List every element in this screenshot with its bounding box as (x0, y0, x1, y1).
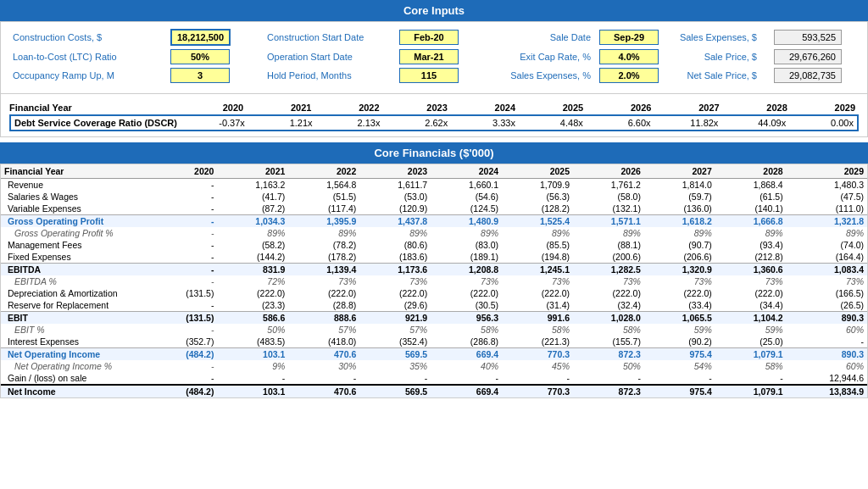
row-value-cell: - (149, 215, 217, 228)
dscr-val-2022: 2.13x (316, 118, 384, 128)
row-value-cell: 58% (431, 324, 502, 336)
row-value-cell: (26.5) (787, 299, 867, 312)
row-value-cell: - (149, 239, 217, 251)
operation-start-value[interactable]: Mar-21 (399, 49, 459, 64)
table-row: Net Operating Income(484.2)103.1470.6569… (1, 348, 867, 361)
row-value-cell: 770.3 (502, 348, 573, 361)
sales-expenses-label: Sales Expenses, $ (659, 31, 760, 44)
row-value-cell: (58.2) (217, 239, 288, 251)
construction-costs-label: Construction Costs, $ (9, 31, 170, 44)
row-value-cell: (206.6) (644, 251, 715, 264)
net-sale-price-value: 29,082,735 (774, 68, 842, 83)
row-value-cell: 1,761.2 (573, 179, 644, 192)
row-label-cell: EBIT % (1, 324, 149, 336)
dscr-row: Debt Service Coverage Ratio (DSCR) -0.37… (9, 114, 859, 131)
row-value-cell: 59% (644, 324, 715, 336)
row-value-cell: (222.0) (288, 287, 359, 299)
row-label-cell: Interest Expenses (1, 336, 149, 348)
row-value-cell: - (149, 360, 217, 372)
row-label-cell: Variable Expenses (1, 203, 149, 215)
row-value-cell: 569.5 (359, 385, 431, 397)
row-value-cell: 50% (217, 324, 288, 336)
row-value-cell: (166.5) (787, 287, 867, 299)
ltc-value[interactable]: 50% (170, 49, 230, 64)
row-value-cell: (28.8) (288, 299, 359, 312)
row-value-cell: - (149, 299, 217, 312)
row-value-cell: (222.0) (217, 287, 288, 299)
row-value-cell: (484.2) (149, 348, 217, 361)
row-value-cell: 60% (787, 324, 867, 336)
sale-date-value[interactable]: Sep-29 (599, 30, 659, 45)
sales-expenses-pct-label: Sales Expenses, % (459, 69, 594, 82)
row-value-cell: (120.9) (359, 203, 431, 215)
row-value-cell: 888.6 (288, 312, 359, 325)
row-value-cell: (85.5) (502, 239, 573, 251)
row-value-cell: - (715, 372, 787, 385)
row-value-cell: 1,868.4 (715, 179, 787, 192)
row-value-cell: 669.4 (431, 385, 502, 397)
sales-expenses-value: 593,525 (774, 30, 842, 45)
construction-start-value[interactable]: Feb-20 (399, 30, 459, 45)
row-value-cell: (194.8) (502, 251, 573, 264)
row-value-cell: 58% (502, 324, 573, 336)
row-value-cell: 890.3 (787, 348, 867, 361)
row-value-cell: 956.3 (431, 312, 502, 325)
row-value-cell: - (787, 336, 867, 348)
construction-start-label: Construction Start Date (264, 31, 399, 44)
row-value-cell: 72% (217, 275, 288, 287)
hold-period-value[interactable]: 115 (399, 68, 459, 83)
row-value-cell: 89% (787, 227, 867, 239)
row-value-cell: (54.6) (431, 191, 502, 203)
row-value-cell: 872.3 (573, 385, 644, 397)
dscr-year-2028: 2028 (723, 103, 791, 113)
row-value-cell: (352.7) (149, 336, 217, 348)
row-value-cell: (51.5) (288, 191, 359, 203)
row-value-cell: 1,065.5 (644, 312, 715, 325)
row-value-cell: (200.6) (573, 251, 644, 264)
table-row: Net Operating Income %-9%30%35%40%45%50%… (1, 360, 867, 372)
row-value-cell: (74.0) (787, 239, 867, 251)
construction-costs-value[interactable]: 18,212,500 (170, 29, 231, 46)
row-value-cell: 1,173.6 (359, 264, 431, 276)
row-value-cell: 58% (715, 360, 787, 372)
row-value-cell: (132.1) (573, 203, 644, 215)
exit-cap-value[interactable]: 4.0% (599, 49, 659, 64)
row-value-cell: 1,709.9 (502, 179, 573, 192)
occupancy-value[interactable]: 3 (170, 68, 230, 83)
row-value-cell: (222.0) (644, 287, 715, 299)
fin-year-2026: 2026 (573, 164, 644, 179)
sales-expenses-pct-value[interactable]: 2.0% (599, 68, 659, 83)
row-value-cell: (183.6) (359, 251, 431, 264)
row-value-cell: 45% (502, 360, 573, 372)
table-row: EBITDA %-72%73%73%73%73%73%73%73%73% (1, 275, 867, 287)
row-value-cell: - (149, 179, 217, 192)
row-value-cell: (178.2) (288, 251, 359, 264)
core-financials-header: Core Financials ($'000) (0, 142, 868, 164)
dscr-year-2029: 2029 (791, 103, 859, 113)
row-value-cell: 470.6 (288, 348, 359, 361)
row-value-cell: (93.4) (715, 239, 787, 251)
sale-price-label: Sale Price, $ (659, 50, 760, 64)
row-value-cell: 103.1 (217, 385, 288, 397)
row-value-cell: 1,079.1 (715, 348, 787, 361)
row-value-cell: (484.2) (149, 385, 217, 397)
row-value-cell: 1,104.2 (715, 312, 787, 325)
dscr-val-2029: 0.00x (789, 118, 857, 128)
sale-date-label: Sale Date (459, 31, 594, 44)
row-label-cell: Gross Operating Profit (1, 215, 149, 228)
table-row: Management Fees-(58.2)(78.2)(80.6)(83.0)… (1, 239, 867, 251)
row-value-cell: (61.5) (715, 191, 787, 203)
row-value-cell: 1,360.6 (715, 264, 787, 276)
operation-start-label: Operation Start Date (264, 50, 399, 64)
row-value-cell: 975.4 (644, 385, 715, 397)
table-row: Net Income(484.2)103.1470.6569.5669.4770… (1, 385, 867, 397)
row-value-cell: 770.3 (502, 385, 573, 397)
dscr-val-2025: 4.48x (519, 118, 587, 128)
dscr-val-2028: 44.09x (721, 118, 789, 128)
row-value-cell: 9% (217, 360, 288, 372)
row-value-cell: (189.1) (431, 251, 502, 264)
row-value-cell: 1,083.4 (787, 264, 867, 276)
row-value-cell: (144.2) (217, 251, 288, 264)
row-value-cell: 89% (715, 227, 787, 239)
fin-year-2021: 2021 (217, 164, 288, 179)
